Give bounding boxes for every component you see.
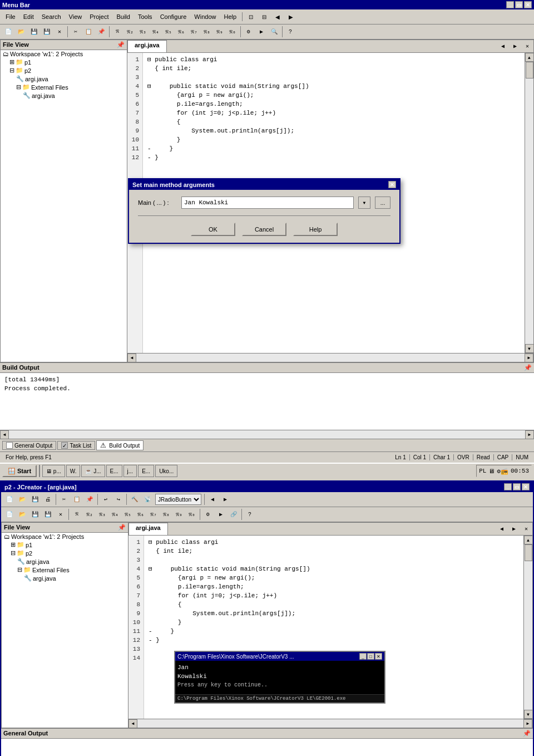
w2-tb2-12[interactable]: 𝔑₇ (147, 508, 160, 521)
menu-view[interactable]: View (66, 12, 86, 21)
taskbar-app-uko[interactable]: Uko... (155, 465, 177, 477)
tb-compile[interactable]: ⚙ (243, 26, 255, 38)
w2-tb2-14[interactable]: 𝔑₉ (173, 508, 185, 521)
w2-tb-jradio[interactable]: 📡 (141, 493, 154, 505)
w2-tb-paste[interactable]: 📌 (83, 493, 96, 505)
w2-tb2-6[interactable]: 𝔑 (71, 508, 83, 521)
w2-tb2-compile[interactable]: ⚙ (202, 508, 214, 521)
build-hscroll-left[interactable]: ◀ (0, 430, 9, 439)
build-hscroll-right[interactable]: ▶ (525, 430, 534, 439)
w2-tb-cut[interactable]: ✂ (58, 493, 70, 505)
w2-tb-new[interactable]: 📄 (3, 493, 16, 505)
w2-tb-print[interactable]: 🖨 (42, 493, 54, 505)
tb-save[interactable]: 💾 (28, 26, 40, 38)
w2-tb2-9[interactable]: 𝔑₄ (109, 508, 121, 521)
hscroll-right-2[interactable]: ▶ (523, 719, 532, 728)
tab-close[interactable]: ✕ (521, 40, 533, 52)
tab-nav-prev[interactable]: ◀ (497, 40, 509, 52)
vscroll-thumb-1[interactable] (526, 62, 533, 78)
dialog-main-input[interactable] (181, 197, 354, 209)
tree-p1-2[interactable]: ⊞ 📁 p1 (2, 541, 128, 549)
tree-p1[interactable]: ⊞ 📁 p1 (1, 58, 127, 66)
menu-search[interactable]: Search (38, 12, 65, 21)
close-btn-1[interactable]: ✕ (524, 1, 532, 8)
general-output-pin[interactable]: 📌 (523, 730, 531, 737)
w2-tb-open[interactable]: 📂 (16, 493, 28, 505)
tab-nav-next[interactable]: ▶ (509, 40, 521, 52)
menu-configure[interactable]: Configure (157, 12, 190, 21)
console-close[interactable]: ✕ (375, 653, 382, 660)
tree-p2-2[interactable]: ⊟ 📁 p2 (2, 549, 128, 557)
vscroll-thumb-2[interactable] (525, 544, 532, 561)
hscroll-track-1[interactable] (136, 354, 525, 362)
tree-p2[interactable]: ⊟ 📁 p2 (1, 66, 127, 75)
tb-btn7[interactable]: 𝔑₇ (188, 26, 200, 38)
tb-help[interactable]: ? (284, 26, 296, 38)
w2-close[interactable]: ✕ (522, 483, 530, 490)
vscroll-down-2[interactable]: ▼ (524, 710, 533, 719)
tb-btn1[interactable]: 𝔑 (111, 26, 123, 38)
minimize-btn-1[interactable]: _ (506, 1, 514, 8)
workspace-item-2[interactable]: 🗂 Workspace 'w1': 2 Projects (2, 533, 128, 541)
menu-window[interactable]: Window (191, 12, 219, 21)
vscroll-track-1[interactable] (525, 62, 533, 344)
console-min[interactable]: _ (359, 653, 367, 660)
start-button-1[interactable]: 🪟 Start (2, 465, 37, 477)
menu-file[interactable]: File (2, 12, 19, 21)
tb-debug[interactable]: 🔍 (268, 26, 280, 38)
tree-argi-java-1-2[interactable]: 🔧 argi.java (2, 557, 128, 566)
w2-nav-back[interactable]: ◀ (206, 493, 219, 505)
sidebar-pin[interactable]: 📌 (117, 41, 125, 48)
w2-component-dropdown[interactable]: JRadioButton (155, 494, 201, 505)
w2-tb2-15[interactable]: 𝔑₀ (186, 508, 198, 521)
sidebar-pin-2[interactable]: 📌 (118, 524, 126, 531)
tab-checkbox-tasklist[interactable]: ✓ (61, 442, 68, 449)
tab-nav-next-2[interactable]: ▶ (508, 523, 520, 535)
menu-build[interactable]: Build (113, 12, 133, 21)
tree-external-files-2[interactable]: ⊟ 📁 External Files (2, 566, 128, 574)
tb-btn3[interactable]: 𝔑₃ (137, 26, 149, 38)
dialog-browse-btn[interactable]: ... (375, 197, 390, 209)
taskbar-app-p[interactable]: 🖥 p... (42, 465, 65, 477)
output-tab-general-1[interactable]: General Output (2, 441, 56, 450)
w2-tb2-1[interactable]: 📄 (3, 508, 16, 521)
w2-tb2-7[interactable]: 𝔑₂ (83, 508, 96, 521)
build-output-pin[interactable]: 📌 (524, 364, 532, 371)
hscroll-1[interactable]: ◀ ▶ (127, 353, 533, 362)
vscroll-2[interactable]: ▲ ▼ (523, 536, 532, 719)
tree-argi-java-2[interactable]: 🔧 argi.java (1, 91, 127, 100)
dialog-dropdown-btn[interactable]: ▼ (358, 197, 370, 209)
tab-argi-java-1[interactable]: argi.java (127, 40, 167, 52)
w2-tb2-3[interactable]: 💾 (29, 508, 41, 521)
taskbar-app-j1[interactable]: ☕ J... (81, 465, 105, 477)
vscroll-down-1[interactable]: ▼ (525, 344, 534, 353)
workspace-item[interactable]: 🗂 Workspace 'w1': 2 Projects (1, 50, 127, 58)
vscroll-1[interactable]: ▲ ▼ (525, 53, 533, 353)
w2-tb-redo[interactable]: ↪ (112, 493, 125, 505)
w2-minimize[interactable]: _ (504, 483, 512, 490)
tb-paste[interactable]: 📌 (95, 26, 107, 38)
hscroll-track-2[interactable] (137, 719, 523, 728)
tb-btn5[interactable]: 𝔑₅ (162, 26, 175, 38)
tb-copy[interactable]: 📋 (82, 26, 95, 38)
tb-btn8[interactable]: 𝔑₈ (201, 26, 213, 38)
w2-tb2-help[interactable]: ? (244, 508, 256, 521)
w2-tb2-4[interactable]: 💾 (42, 508, 54, 521)
w2-tb2-10[interactable]: 𝔑₅ (122, 508, 134, 521)
output-tab-build-1[interactable]: ⚠ Build Output (96, 440, 144, 450)
hscroll-2[interactable]: ◀ ▶ (128, 719, 532, 728)
taskbar-app-e2[interactable]: E... (138, 465, 154, 477)
hscroll-left-2[interactable]: ◀ (128, 719, 137, 728)
console-max[interactable]: □ (367, 653, 374, 660)
taskbar-app-j2[interactable]: j... (123, 465, 137, 477)
tb-close[interactable]: ✕ (53, 26, 66, 38)
nav-back[interactable]: ◀ (271, 11, 284, 23)
w2-nav-fwd[interactable]: ▶ (219, 493, 231, 505)
tree-argi-java-2-2[interactable]: 🔧 argi.java (2, 574, 128, 582)
dialog-help-btn[interactable]: Help (293, 223, 338, 236)
taskbar-app-e1[interactable]: E... (106, 465, 122, 477)
nav-forward[interactable]: ▶ (285, 11, 297, 23)
output-tab-tasklist-1[interactable]: ✓ Task List (57, 441, 95, 450)
w2-tb-copy[interactable]: 📋 (71, 493, 83, 505)
tab-checkbox-general[interactable] (6, 442, 13, 449)
